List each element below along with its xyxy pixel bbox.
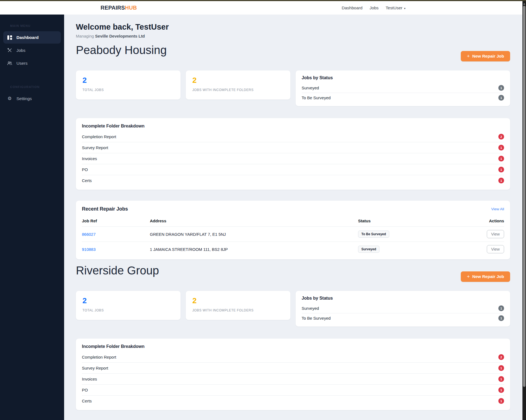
sidebar-item-settings[interactable]: ⚙ Settings	[3, 92, 61, 105]
column-header-job-ref: Job Ref	[82, 218, 150, 223]
stat-value: 2	[82, 76, 174, 85]
stat-value: 2	[192, 76, 284, 85]
sidebar-item-label: Jobs	[16, 48, 25, 53]
column-header-status: Status	[358, 218, 474, 223]
sidebar: MAIN MENU Dashboard Jobs Users CONFIGURA…	[0, 15, 64, 420]
breakdown-row-label: Invoices	[82, 377, 97, 381]
stat-label: TOTAL JOBS	[82, 88, 174, 92]
breakdown-row: Completion Report 2	[82, 131, 504, 142]
recent-repair-jobs-card: Recent Repair Jobs View All Job Ref Addr…	[76, 201, 510, 259]
scrollbar-up-arrow-icon[interactable]: ▲	[522, 2, 526, 5]
status-row: To Be Surveyed 1	[302, 93, 504, 103]
sidebar-item-dashboard[interactable]: Dashboard	[3, 31, 61, 44]
breakdown-row-label: Certs	[82, 178, 92, 183]
breakdown-row: Certs 1	[82, 395, 504, 406]
status-row: Surveyed 1	[302, 303, 504, 313]
breakdown-row: Invoices 1	[82, 373, 504, 384]
scrollbar-thumb[interactable]	[523, 6, 525, 387]
client-section: Peabody Housing + New Repair Job 2 TOTAL…	[76, 43, 510, 259]
breakdown-count-badge: 2	[498, 134, 504, 140]
job-table-row: 866027 GREEN DRAGON YARD/FLAT 7, E1 5NJ …	[82, 226, 504, 242]
sidebar-item-users[interactable]: Users	[3, 57, 61, 69]
sidebar-item-label: Settings	[16, 96, 32, 101]
plus-icon: +	[467, 274, 470, 279]
job-ref-link[interactable]: 910883	[82, 247, 96, 252]
stats-row: 2 TOTAL JOBS 2 JOBS WITH INCOMPLETE FOLD…	[76, 70, 510, 106]
breakdown-row: Certs 1	[82, 175, 504, 186]
view-all-link[interactable]: View All	[491, 207, 504, 211]
sidebar-section-main-menu: MAIN MENU	[10, 24, 64, 27]
breakdown-title: Incomplete Folder Breakdown	[82, 344, 504, 349]
app-logo[interactable]: REPAIRSHUB	[101, 1, 137, 15]
status-row-label: To Be Surveyed	[302, 95, 331, 100]
jobs-table: Job Ref Address Status Actions 866027 GR…	[82, 216, 504, 257]
view-job-button[interactable]: View	[487, 230, 504, 238]
jobs-by-status-card: Jobs by Status Surveyed 1 To Be Surveyed…	[296, 70, 510, 106]
stat-card: 2 TOTAL JOBS	[76, 291, 181, 320]
new-repair-job-label: New Repair Job	[472, 54, 504, 59]
incomplete-folder-breakdown-card: Incomplete Folder Breakdown Completion R…	[76, 339, 510, 410]
page-title: Welcome back, TestUser	[76, 22, 510, 32]
user-menu-label: TestUser	[386, 5, 402, 10]
recent-jobs-title: Recent Repair Jobs	[82, 206, 128, 212]
breakdown-rows: Completion Report 2 Survey Report 1 Invo…	[82, 131, 504, 186]
column-header-actions: Actions	[474, 218, 504, 223]
sidebar-item-label: Users	[16, 61, 27, 66]
nav-link-jobs[interactable]: Jobs	[370, 5, 379, 10]
breakdown-row: Survey Report 1	[82, 362, 504, 373]
client-name-heading: Peabody Housing	[76, 43, 510, 57]
status-count-badge: 1	[498, 95, 504, 101]
browser-scrollbar[interactable]: ▲	[522, 1, 526, 420]
breakdown-row-label: Survey Report	[82, 145, 108, 150]
managing-prefix: Managing	[76, 34, 95, 38]
job-address: GREEN DRAGON YARD/FLAT 7, E1 5NJ	[150, 232, 358, 237]
client-section-header: Riverside Group + New Repair Job	[76, 264, 510, 277]
job-table-row: 910883 1 JAMAICA STREET/ROOM 111, BS2 8J…	[82, 242, 504, 257]
user-menu-toggle[interactable]: TestUser▾	[386, 5, 405, 10]
column-header-address: Address	[150, 218, 358, 223]
status-count-badge: 1	[498, 85, 504, 91]
stat-card: 2 JOBS WITH INCOMPLETE FOLDERS	[186, 70, 290, 100]
logo-part-hub: HUB	[125, 5, 137, 11]
stat-cards: 2 TOTAL JOBS 2 JOBS WITH INCOMPLETE FOLD…	[76, 70, 290, 100]
stat-label: JOBS WITH INCOMPLETE FOLDERS	[192, 308, 284, 312]
client-name-heading: Riverside Group	[76, 264, 510, 277]
plus-icon: +	[467, 54, 470, 59]
status-row: To Be Surveyed 1	[302, 313, 504, 323]
incomplete-folder-breakdown-card: Incomplete Folder Breakdown Completion R…	[76, 118, 510, 190]
status-count-badge: 1	[498, 315, 504, 321]
breakdown-row-label: Completion Report	[82, 134, 116, 139]
stat-cards: 2 TOTAL JOBS 2 JOBS WITH INCOMPLETE FOLD…	[76, 291, 290, 320]
main-content: Welcome back, TestUser Managing Seville …	[64, 15, 522, 420]
jobs-table-header-row: Job Ref Address Status Actions	[82, 216, 504, 226]
tools-icon	[7, 48, 12, 53]
stat-value: 2	[192, 296, 284, 305]
view-job-button[interactable]: View	[487, 245, 504, 253]
breakdown-row-label: Completion Report	[82, 355, 116, 359]
new-repair-job-button[interactable]: + New Repair Job	[461, 271, 510, 282]
breakdown-count-badge: 1	[498, 167, 504, 172]
navbar-links: Dashboard Jobs TestUser▾	[342, 1, 405, 15]
stat-label: JOBS WITH INCOMPLETE FOLDERS	[192, 88, 284, 92]
users-icon	[7, 61, 12, 65]
nav-link-dashboard[interactable]: Dashboard	[342, 5, 362, 10]
client-section-header: Peabody Housing + New Repair Job	[76, 43, 510, 57]
jobs-by-status-title: Jobs by Status	[302, 75, 504, 80]
new-repair-job-button[interactable]: + New Repair Job	[461, 51, 510, 61]
sidebar-item-jobs[interactable]: Jobs	[3, 44, 61, 56]
breakdown-count-badge: 1	[498, 398, 504, 404]
job-ref-link[interactable]: 866027	[82, 232, 96, 237]
job-address: 1 JAMAICA STREET/ROOM 111, BS2 8JP	[150, 247, 358, 252]
chevron-down-icon: ▾	[404, 7, 405, 10]
breakdown-row: Completion Report 2	[82, 352, 504, 362]
new-repair-job-label: New Repair Job	[472, 274, 504, 279]
breakdown-count-badge: 1	[498, 365, 504, 371]
logo-part-repairs: REPAIRS	[101, 5, 125, 11]
stat-value: 2	[82, 296, 174, 305]
breakdown-count-badge: 1	[498, 376, 504, 382]
breakdown-count-badge: 1	[498, 178, 504, 183]
client-sections: Peabody Housing + New Repair Job 2 TOTAL…	[76, 43, 510, 420]
breakdown-count-badge: 1	[498, 387, 504, 393]
status-row-label: To Be Surveyed	[302, 316, 331, 320]
dashboard-icon	[7, 35, 12, 40]
